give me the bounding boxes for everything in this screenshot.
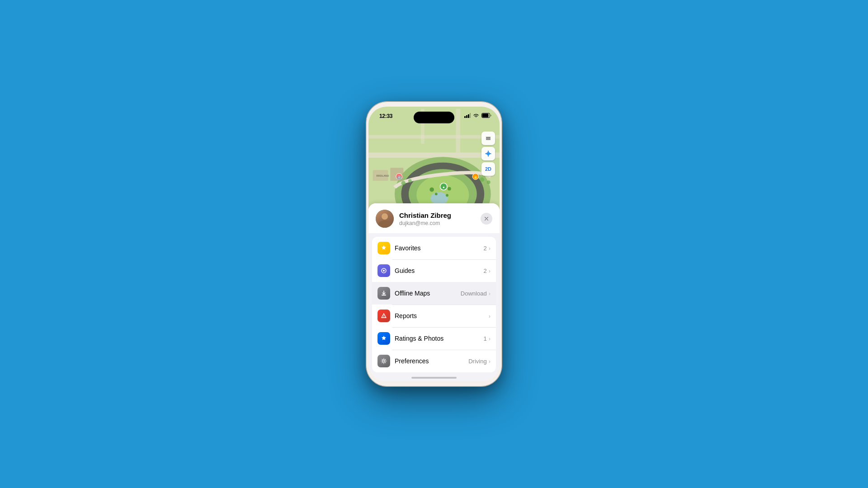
svg-point-51 (383, 317, 384, 317)
battery-icon (481, 113, 491, 118)
offline-maps-label: Offline Maps (395, 290, 461, 297)
svg-point-37 (480, 178, 485, 182)
reports-icon (377, 310, 390, 322)
avatar (376, 210, 394, 228)
wifi-icon (473, 113, 479, 118)
menu-item-preferences[interactable]: Preferences Driving › (372, 350, 496, 372)
offline-maps-icon (377, 287, 390, 300)
svg-point-16 (430, 192, 448, 204)
offline-maps-subtitle: Download (461, 290, 487, 297)
guides-icon (377, 264, 390, 277)
profile-email: dujkan@me.com (399, 220, 481, 226)
reports-chevron: › (489, 313, 491, 319)
svg-text:RRDLAND: RRDLAND (376, 174, 389, 177)
offline-maps-right: Download › (461, 290, 491, 297)
svg-rect-3 (470, 113, 471, 118)
offline-maps-chevron: › (489, 290, 491, 297)
guides-badge: 2 (483, 267, 486, 274)
favorites-right: 2 › (483, 245, 491, 252)
guides-chevron: › (489, 267, 491, 274)
home-indicator (411, 377, 457, 379)
phone-frame: 12:33 (366, 102, 502, 386)
svg-rect-1 (466, 115, 467, 118)
preferences-subtitle: Driving (468, 358, 486, 365)
map-2d-button[interactable]: 2D (481, 162, 495, 176)
side-button-vol-up (366, 175, 367, 196)
favorites-chevron: › (489, 245, 491, 252)
svg-text:●: ● (443, 185, 445, 189)
svg-point-17 (429, 188, 434, 192)
favorites-label: Favorites (395, 244, 483, 252)
svg-rect-44 (486, 138, 491, 139)
svg-rect-9 (368, 135, 500, 139)
map-layers-button[interactable] (481, 131, 495, 145)
guides-right: 2 › (483, 267, 491, 274)
svg-rect-50 (384, 315, 384, 317)
signal-icon (464, 113, 471, 118)
2d-label: 2D (485, 166, 491, 172)
profile-name: Christian Zibreg (399, 211, 481, 220)
svg-rect-0 (464, 116, 466, 118)
guides-label: Guides (395, 267, 483, 274)
close-button[interactable] (481, 213, 492, 225)
svg-point-38 (487, 180, 491, 184)
svg-rect-49 (382, 295, 386, 296)
panel: Christian Zibreg dujkan@me.com Favorites (368, 203, 500, 381)
svg-text:⭐: ⭐ (474, 175, 478, 179)
menu-item-guides[interactable]: Guides 2 › (372, 259, 496, 282)
svg-point-20 (435, 192, 438, 195)
side-button-mute (366, 156, 367, 169)
ratings-right: 1 › (483, 335, 491, 342)
svg-point-18 (448, 187, 451, 191)
svg-rect-8 (368, 153, 500, 158)
ratings-badge: 1 (483, 335, 486, 342)
map-location-button[interactable] (481, 147, 495, 160)
map-controls: 2D (481, 131, 495, 176)
menu-item-reports[interactable]: Reports › (372, 305, 496, 327)
svg-rect-43 (486, 137, 491, 138)
preferences-label: Preferences (395, 357, 468, 365)
dynamic-island (414, 112, 454, 123)
side-button-power (501, 179, 502, 211)
profile-header: Christian Zibreg dujkan@me.com (368, 203, 500, 233)
side-button-vol-down (366, 202, 367, 222)
preferences-chevron: › (489, 358, 491, 365)
reports-right: › (489, 313, 491, 319)
screen: 12:33 (368, 107, 500, 381)
ratings-chevron: › (489, 335, 491, 342)
favorites-icon (377, 242, 390, 254)
menu-item-ratings[interactable]: Ratings & Photos 1 › (372, 327, 496, 350)
svg-text:🏥: 🏥 (397, 175, 401, 179)
profile-info: Christian Zibreg dujkan@me.com (399, 211, 481, 226)
preferences-right: Driving › (468, 358, 491, 365)
reports-label: Reports (395, 312, 489, 319)
svg-point-52 (383, 360, 385, 362)
svg-point-35 (401, 181, 406, 185)
svg-rect-5 (482, 114, 489, 117)
phone-wrapper: 12:33 (366, 102, 502, 386)
favorites-badge: 2 (483, 245, 486, 252)
menu-item-favorites[interactable]: Favorites 2 › (372, 237, 496, 259)
status-time: 12:33 (379, 113, 392, 119)
preferences-icon (377, 355, 390, 367)
svg-rect-45 (486, 139, 491, 140)
ratings-icon (377, 332, 390, 345)
menu-item-offline-maps[interactable]: Offline Maps Download › (372, 282, 496, 305)
status-icons (464, 113, 491, 118)
svg-point-36 (408, 179, 412, 183)
svg-point-48 (383, 270, 385, 272)
svg-rect-2 (468, 114, 469, 118)
svg-point-21 (446, 194, 448, 197)
menu-list: Favorites 2 › Guides 2 › (372, 237, 496, 372)
ratings-label: Ratings & Photos (395, 335, 483, 342)
